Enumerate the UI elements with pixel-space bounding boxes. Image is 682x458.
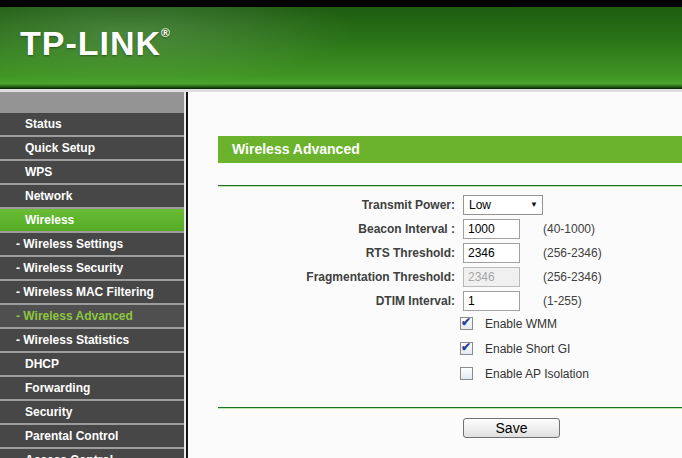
- registered-trademark-icon: ®: [161, 26, 170, 40]
- top-black-bar: [0, 0, 682, 7]
- enable-wmm-checkbox[interactable]: ✔: [460, 317, 473, 330]
- beacon-interval-hint: (40-1000): [543, 219, 595, 239]
- bottom-divider: [218, 407, 682, 409]
- sidebar-item-wireless-mac-filtering[interactable]: - Wireless MAC Filtering: [0, 281, 184, 303]
- dtim-interval-input[interactable]: [463, 291, 520, 311]
- fragmentation-threshold-label: Fragmentation Threshold:: [188, 267, 455, 287]
- transmit-power-row: Transmit Power: Low ▼: [188, 195, 682, 215]
- enable-ap-isolation-label: Enable AP Isolation: [485, 367, 589, 381]
- rts-threshold-hint: (256-2346): [543, 243, 602, 263]
- beacon-interval-input[interactable]: [463, 219, 520, 239]
- top-divider: [218, 185, 682, 187]
- sidebar-item-wireless[interactable]: Wireless: [0, 209, 184, 231]
- transmit-power-value: Low: [469, 196, 491, 214]
- transmit-power-label: Transmit Power:: [188, 195, 455, 215]
- dtim-interval-row: DTIM Interval: (1-255): [188, 291, 682, 311]
- beacon-interval-row: Beacon Interval : (40-1000): [188, 219, 682, 239]
- beacon-interval-label: Beacon Interval :: [188, 219, 455, 239]
- transmit-power-select[interactable]: Low ▼: [463, 195, 543, 215]
- header-banner: TP-LINK®: [0, 7, 682, 88]
- enable-wmm-row: ✔ Enable WMM: [188, 317, 682, 331]
- enable-short-gi-label: Enable Short GI: [485, 342, 570, 356]
- tplink-logo: TP-LINK®: [20, 24, 170, 63]
- rts-threshold-input[interactable]: [463, 243, 520, 263]
- enable-ap-isolation-checkbox[interactable]: ✔: [460, 367, 473, 380]
- enable-wmm-label: Enable WMM: [485, 317, 557, 331]
- logo-text: TP-LINK: [20, 24, 161, 62]
- page-title: Wireless Advanced: [218, 136, 682, 163]
- enable-short-gi-row: ✔ Enable Short GI: [188, 342, 682, 356]
- sidebar-item-wireless-security[interactable]: - Wireless Security: [0, 257, 184, 279]
- fragmentation-threshold-input: [463, 267, 520, 287]
- body: Status Quick Setup WPS Network Wireless …: [0, 92, 682, 458]
- save-button[interactable]: Save: [463, 418, 560, 438]
- dtim-interval-label: DTIM Interval:: [188, 291, 455, 311]
- sidebar-item-wireless-advanced[interactable]: - Wireless Advanced: [0, 305, 184, 327]
- sidebar-item-quick-setup[interactable]: Quick Setup: [0, 137, 184, 159]
- enable-short-gi-checkbox[interactable]: ✔: [460, 342, 473, 355]
- rts-threshold-label: RTS Threshold:: [188, 243, 455, 263]
- main-content: Wireless Advanced Transmit Power: Low ▼ …: [188, 92, 682, 458]
- chevron-down-icon[interactable]: ▼: [530, 201, 538, 209]
- sidebar-item-dhcp[interactable]: DHCP: [0, 353, 184, 375]
- sidebar-item-network[interactable]: Network: [0, 185, 184, 207]
- rts-threshold-row: RTS Threshold: (256-2346): [188, 243, 682, 263]
- fragmentation-threshold-hint: (256-2346): [543, 267, 602, 287]
- router-admin-page: TP-LINK® Status Quick Setup WPS Network …: [0, 0, 682, 458]
- sidebar-item-access-control[interactable]: Access Control: [0, 449, 184, 458]
- sidebar-item-forwarding[interactable]: Forwarding: [0, 377, 184, 399]
- sidebar-item-parental-control[interactable]: Parental Control: [0, 425, 184, 447]
- sidebar-item-wireless-settings[interactable]: - Wireless Settings: [0, 233, 184, 255]
- dtim-interval-hint: (1-255): [543, 291, 582, 311]
- sidebar-item-wps[interactable]: WPS: [0, 161, 184, 183]
- check-icon: ✔: [461, 315, 471, 329]
- sidebar-item-wireless-statistics[interactable]: - Wireless Statistics: [0, 329, 184, 351]
- check-icon: ✔: [461, 340, 471, 354]
- sidebar-item-security[interactable]: Security: [0, 401, 184, 423]
- sidebar-top-spacer: [0, 92, 184, 113]
- sidebar-menu: Status Quick Setup WPS Network Wireless …: [0, 92, 184, 458]
- enable-ap-isolation-row: ✔ Enable AP Isolation: [188, 367, 682, 381]
- sidebar-item-status[interactable]: Status: [0, 113, 184, 135]
- fragmentation-threshold-row: Fragmentation Threshold: (256-2346): [188, 267, 682, 287]
